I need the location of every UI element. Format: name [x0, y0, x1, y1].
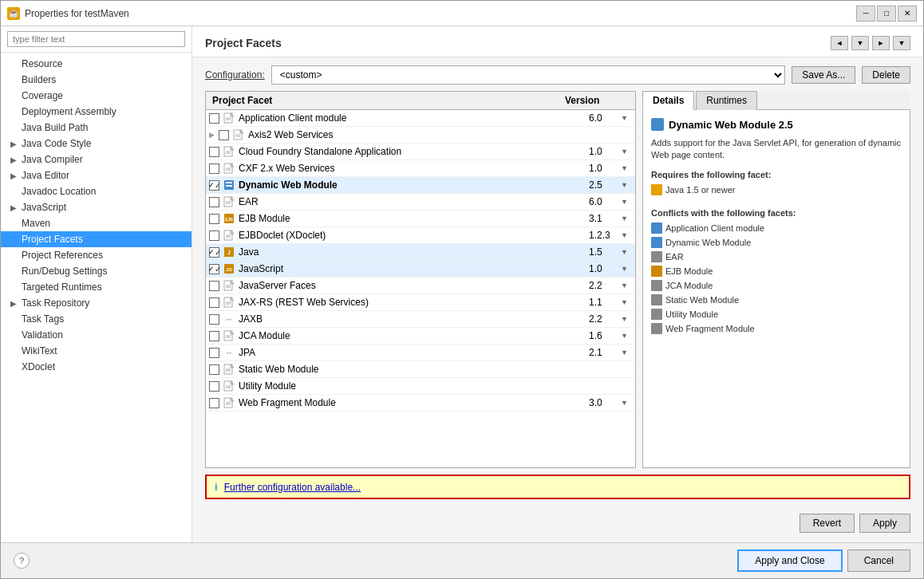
- table-row[interactable]: EJBEJB Module3.1▼: [206, 211, 635, 227]
- item-text: Static Web Module: [665, 295, 739, 305]
- version-dropdown-icon[interactable]: ▼: [621, 248, 632, 256]
- facet-version: 6.0: [589, 112, 621, 124]
- version-dropdown-icon[interactable]: ▼: [621, 198, 632, 206]
- config-select[interactable]: <custom>: [271, 65, 786, 85]
- sidebar-item-builders[interactable]: Builders: [1, 72, 192, 88]
- close-button[interactable]: ✕: [898, 6, 917, 22]
- table-row[interactable]: EAR6.0▼: [206, 194, 635, 211]
- table-row[interactable]: Cloud Foundry Standalone Application1.0▼: [206, 144, 635, 160]
- table-row[interactable]: ↔JAXB2.2▼: [206, 311, 635, 328]
- facet-checkbox[interactable]: [209, 381, 219, 392]
- facet-checkbox[interactable]: ✓: [209, 247, 219, 258]
- sidebar-item-project-references[interactable]: Project References: [1, 247, 192, 263]
- minimize-button[interactable]: ─: [856, 6, 875, 22]
- facet-checkbox[interactable]: [209, 230, 219, 241]
- table-row[interactable]: EJBDoclet (XDoclet)1.2.3▼: [206, 227, 635, 244]
- facet-checkbox[interactable]: [209, 364, 219, 375]
- version-dropdown-icon[interactable]: ▼: [621, 315, 632, 323]
- table-row[interactable]: ↔JPA2.1▼: [206, 345, 635, 361]
- table-row[interactable]: JCA Module1.6▼: [206, 328, 635, 345]
- facet-checkbox[interactable]: [209, 331, 219, 341]
- item-text: Java 1.5 or newer: [665, 185, 735, 195]
- sidebar-item-javascript[interactable]: ▶JavaScript: [1, 199, 192, 215]
- back-button[interactable]: ◄: [831, 36, 848, 50]
- sidebar-item-java-editor[interactable]: ▶Java Editor: [1, 167, 192, 183]
- apply-close-button[interactable]: Apply and Close: [737, 549, 842, 572]
- sidebar-item-deployment-assembly[interactable]: Deployment Assembly: [1, 104, 192, 120]
- version-dropdown-icon[interactable]: ▼: [621, 114, 632, 122]
- facet-checkbox[interactable]: [209, 113, 219, 124]
- facets-table: Project Facet Version Application Client…: [205, 91, 636, 468]
- table-row[interactable]: Utility Module: [206, 378, 635, 395]
- sidebar-item-wikitext[interactable]: WikiText: [1, 343, 192, 359]
- facet-checkbox[interactable]: [209, 297, 219, 308]
- facet-checkbox[interactable]: [209, 281, 219, 291]
- sidebar-item-coverage[interactable]: Coverage: [1, 88, 192, 104]
- sidebar-item-run-debug-settings[interactable]: Run/Debug Settings: [1, 263, 192, 279]
- sidebar-item-validation[interactable]: Validation: [1, 327, 192, 343]
- facet-checkbox[interactable]: [209, 314, 219, 325]
- filter-input[interactable]: [7, 31, 185, 47]
- sidebar-item-xdoclet[interactable]: XDoclet: [1, 359, 192, 375]
- table-row[interactable]: ✓JSJavaScript1.0▼: [206, 261, 635, 278]
- sidebar-item-javadoc-location[interactable]: Javadoc Location: [1, 183, 192, 199]
- sidebar-item-targeted-runtimes[interactable]: Targeted Runtimes: [1, 279, 192, 295]
- sidebar-item-maven[interactable]: Maven: [1, 215, 192, 231]
- facet-checkbox[interactable]: [209, 147, 219, 157]
- version-dropdown-icon[interactable]: ▼: [621, 265, 632, 273]
- version-dropdown-icon[interactable]: ▼: [621, 231, 632, 239]
- sidebar-item-java-code-style[interactable]: ▶Java Code Style: [1, 136, 192, 152]
- tab-runtimes[interactable]: Runtimes: [696, 91, 757, 110]
- version-dropdown-icon[interactable]: ▼: [621, 148, 632, 156]
- further-config-link[interactable]: Further configuration available...: [224, 482, 361, 493]
- facets-scroll[interactable]: Application Client module6.0▼▶Axis2 Web …: [206, 110, 635, 467]
- table-row[interactable]: ▶Axis2 Web Services: [206, 127, 635, 144]
- facet-icon: [223, 380, 235, 392]
- sidebar-item-java-compiler[interactable]: ▶Java Compiler: [1, 152, 192, 167]
- table-row[interactable]: Application Client module6.0▼: [206, 110, 635, 127]
- version-dropdown-icon[interactable]: ▼: [621, 399, 632, 407]
- facet-checkbox[interactable]: [209, 214, 219, 224]
- table-row[interactable]: ✓Dynamic Web Module2.5▼: [206, 177, 635, 194]
- table-row[interactable]: Static Web Module: [206, 361, 635, 378]
- forward-dropdown[interactable]: ▼: [893, 36, 910, 50]
- table-row[interactable]: CXF 2.x Web Services1.0▼: [206, 160, 635, 177]
- facet-checkbox[interactable]: [209, 348, 219, 358]
- facet-name: Dynamic Web Module: [239, 179, 589, 191]
- table-row[interactable]: JAX-RS (REST Web Services)1.1▼: [206, 294, 635, 311]
- help-button[interactable]: ?: [14, 553, 30, 569]
- sidebar-item-task-tags[interactable]: Task Tags: [1, 311, 192, 327]
- facet-checkbox[interactable]: [219, 130, 229, 140]
- back-dropdown[interactable]: ▼: [851, 36, 869, 50]
- cancel-button[interactable]: Cancel: [847, 549, 910, 572]
- sidebar-item-project-facets[interactable]: Project Facets: [1, 231, 192, 247]
- conflicts-item: JCA Module: [651, 278, 902, 293]
- version-dropdown-icon[interactable]: ▼: [621, 349, 632, 356]
- apply-button[interactable]: Apply: [859, 514, 910, 533]
- sidebar-item-resource[interactable]: Resource: [1, 56, 192, 72]
- sidebar-item-task-repository[interactable]: ▶Task Repository: [1, 295, 192, 311]
- facet-checkbox[interactable]: [209, 197, 219, 207]
- version-dropdown-icon[interactable]: ▼: [621, 332, 632, 340]
- facet-checkbox[interactable]: ✓: [209, 264, 219, 274]
- version-dropdown-icon[interactable]: ▼: [621, 215, 632, 223]
- sidebar-item-label: Maven: [22, 218, 50, 229]
- table-row[interactable]: ✓JJava1.5▼: [206, 244, 635, 261]
- facet-checkbox[interactable]: ✓: [209, 180, 219, 191]
- version-dropdown-icon[interactable]: ▼: [621, 181, 632, 189]
- item-icon: [651, 223, 662, 234]
- revert-button[interactable]: Revert: [800, 514, 855, 533]
- table-row[interactable]: Web Fragment Module3.0▼: [206, 395, 635, 412]
- tab-details[interactable]: Details: [642, 91, 694, 110]
- facet-checkbox[interactable]: [209, 163, 219, 174]
- version-dropdown-icon[interactable]: ▼: [621, 164, 632, 172]
- table-row[interactable]: JavaServer Faces2.2▼: [206, 278, 635, 294]
- facet-checkbox[interactable]: [209, 398, 219, 408]
- version-dropdown-icon[interactable]: ▼: [621, 298, 632, 306]
- sidebar-item-java-build-path[interactable]: Java Build Path: [1, 120, 192, 136]
- maximize-button[interactable]: □: [877, 6, 896, 22]
- forward-button[interactable]: ►: [872, 36, 890, 50]
- save-as-button[interactable]: Save As...: [792, 66, 855, 84]
- delete-button[interactable]: Delete: [862, 66, 910, 84]
- version-dropdown-icon[interactable]: ▼: [621, 282, 632, 290]
